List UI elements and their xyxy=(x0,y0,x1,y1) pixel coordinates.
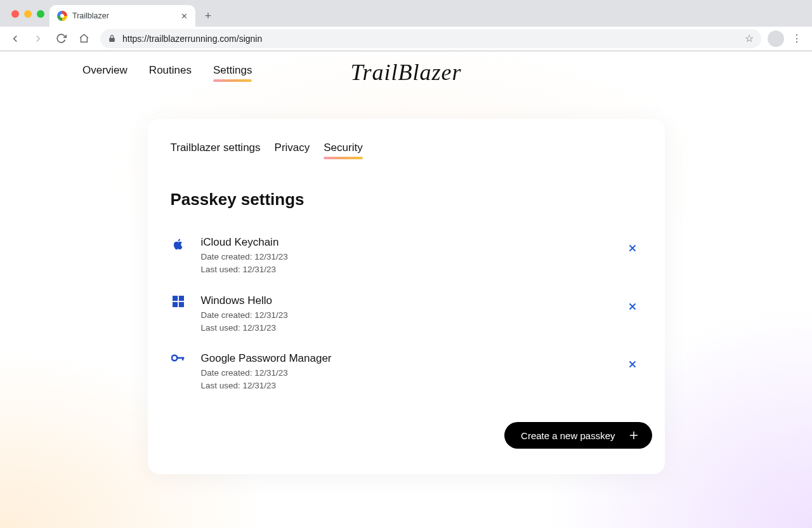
subtab-trailblazer-settings[interactable]: Trailblazer settings xyxy=(171,142,261,158)
browser-tab[interactable]: Trailblazer ✕ xyxy=(49,5,195,27)
plus-icon xyxy=(628,430,639,441)
new-tab-button[interactable]: + xyxy=(199,7,217,25)
home-button[interactable] xyxy=(74,29,94,49)
favicon-icon xyxy=(57,11,67,21)
windows-icon xyxy=(171,294,186,307)
reload-button[interactable] xyxy=(51,29,71,49)
passkey-name: Google Password Manager xyxy=(201,352,612,365)
passkey-created: Date created: 12/31/23 xyxy=(201,309,612,322)
create-passkey-label: Create a new passkey xyxy=(521,430,615,441)
tab-strip: Trailblazer ✕ + xyxy=(0,0,812,27)
apple-icon xyxy=(171,236,186,251)
nav-settings[interactable]: Settings xyxy=(213,64,252,81)
svg-rect-2 xyxy=(173,301,178,307)
passkey-body: Google Password Manager Date created: 12… xyxy=(201,352,612,393)
address-bar[interactable]: https://trailblazerrunning.com/signin ☆ xyxy=(100,29,761,48)
remove-passkey-button[interactable] xyxy=(627,294,642,312)
settings-card: Trailblazer settings Privacy Security Pa… xyxy=(148,119,665,474)
passkey-used: Last used: 12/31/23 xyxy=(201,380,612,392)
back-button[interactable] xyxy=(5,29,25,49)
passkey-used: Last used: 12/31/23 xyxy=(201,322,612,334)
svg-rect-3 xyxy=(178,301,183,307)
page-content: Overview Routines Settings TrailBlazer T… xyxy=(0,51,812,528)
subtab-privacy[interactable]: Privacy xyxy=(275,142,310,158)
passkey-row-google: Google Password Manager Date created: 12… xyxy=(171,343,642,402)
svg-rect-0 xyxy=(173,296,178,301)
brand-logo[interactable]: TrailBlazer xyxy=(350,59,461,86)
kebab-menu-icon[interactable]: ⋮ xyxy=(787,29,807,49)
subtab-security[interactable]: Security xyxy=(324,142,362,158)
window-zoom-icon[interactable] xyxy=(37,10,44,18)
passkey-row-windows: Windows Hello Date created: 12/31/23 Las… xyxy=(171,286,642,344)
bookmark-star-icon[interactable]: ☆ xyxy=(745,32,754,44)
settings-subtabs: Trailblazer settings Privacy Security xyxy=(171,142,642,158)
svg-rect-6 xyxy=(181,357,183,360)
passkey-used: Last used: 12/31/23 xyxy=(201,263,612,276)
passkey-body: Windows Hello Date created: 12/31/23 Las… xyxy=(201,294,612,335)
browser-toolbar: https://trailblazerrunning.com/signin ☆ … xyxy=(0,27,812,51)
passkey-created: Date created: 12/31/23 xyxy=(201,251,612,263)
remove-passkey-button[interactable] xyxy=(627,352,642,370)
top-nav: Overview Routines Settings TrailBlazer xyxy=(0,51,812,81)
window-close-icon[interactable] xyxy=(11,10,19,18)
passkey-created: Date created: 12/31/23 xyxy=(201,367,612,380)
svg-point-4 xyxy=(171,355,176,360)
profile-avatar[interactable] xyxy=(768,30,784,47)
svg-rect-1 xyxy=(178,296,183,301)
lock-icon xyxy=(108,34,116,43)
nav-routines[interactable]: Routines xyxy=(149,64,192,81)
window-controls xyxy=(6,10,49,27)
create-passkey-button[interactable]: Create a new passkey xyxy=(504,422,652,449)
passkey-name: Windows Hello xyxy=(201,294,612,307)
passkey-name: iCloud Keychain xyxy=(201,236,612,249)
remove-passkey-button[interactable] xyxy=(627,236,642,254)
browser-chrome: Trailblazer ✕ + https://trailblazerrunni… xyxy=(0,0,812,51)
passkey-row-icloud: iCloud Keychain Date created: 12/31/23 L… xyxy=(171,227,642,286)
tab-title: Trailblazer xyxy=(72,11,109,20)
url-text: https://trailblazerrunning.com/signin xyxy=(122,34,262,44)
tab-close-icon[interactable]: ✕ xyxy=(181,11,188,21)
forward-button[interactable] xyxy=(28,29,48,49)
nav-overview[interactable]: Overview xyxy=(82,64,128,81)
section-title: Passkey settings xyxy=(171,190,642,209)
passkey-body: iCloud Keychain Date created: 12/31/23 L… xyxy=(201,236,612,277)
key-icon xyxy=(171,352,186,362)
window-minimize-icon[interactable] xyxy=(24,10,32,18)
